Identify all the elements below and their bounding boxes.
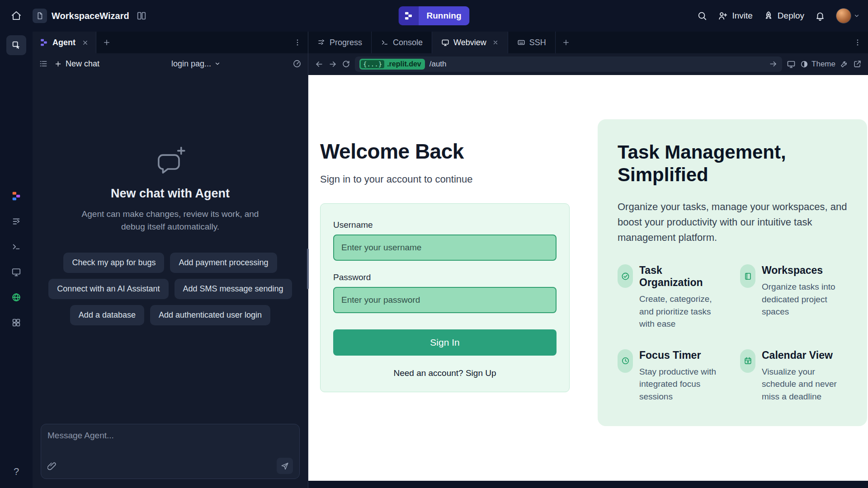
page-title: Welcome Back [320, 139, 570, 164]
tab-webview-label: Webview [453, 38, 486, 47]
suggestion-chip[interactable]: Connect with an AI Assistant [48, 279, 168, 299]
monitor-icon [441, 38, 449, 47]
replit-logo-icon [40, 38, 48, 47]
sign-up-link[interactable]: Need an account? Sign Up [333, 368, 557, 378]
tab-ssh[interactable]: SSH [508, 32, 556, 53]
tab-console[interactable]: Console [372, 32, 432, 53]
theme-label: Theme [811, 60, 835, 69]
promo-card: Task Management, Simplified Organize you… [598, 119, 867, 426]
clock-icon [618, 349, 633, 373]
tab-progress-label: Progress [330, 38, 362, 47]
close-icon[interactable] [492, 39, 499, 46]
deploy-button[interactable]: Deploy [764, 11, 804, 21]
username-field[interactable] [333, 235, 557, 261]
topbar: WorkspaceWizard Running Invite Deploy [0, 0, 868, 32]
workspace-panel: Progress Console Webview [308, 32, 868, 488]
project-name: WorkspaceWizard [52, 11, 129, 21]
file-icon [33, 9, 47, 23]
reload-icon[interactable] [342, 60, 350, 68]
wrench-icon[interactable] [840, 60, 849, 68]
avatar [836, 8, 851, 23]
feature-item: Workspaces Organize tasks into dedicated… [740, 264, 847, 330]
page-subtitle: Sign in to your account to continue [320, 174, 570, 185]
url-host-prefix: {...} [361, 60, 384, 68]
webview-rail-button[interactable] [6, 262, 26, 282]
help-button[interactable]: ? [6, 462, 26, 482]
suggestion-chip[interactable]: Add payment processing [170, 253, 277, 273]
workspace-panel-menu-button[interactable] [847, 32, 868, 53]
message-composer[interactable] [41, 424, 300, 479]
tab-progress[interactable]: Progress [308, 32, 372, 53]
account-menu[interactable] [836, 8, 860, 23]
forward-icon[interactable] [328, 60, 337, 69]
suggestion-chip[interactable]: Add SMS message sending [175, 279, 292, 299]
book-icon [740, 264, 755, 288]
replit-logo-icon [398, 6, 418, 25]
shell-rail-button[interactable] [6, 237, 26, 257]
theme-button[interactable]: Theme [800, 60, 835, 69]
close-icon[interactable] [82, 39, 89, 46]
url-input[interactable]: {...} .replit.dev /auth [355, 56, 782, 72]
invite-label: Invite [732, 11, 752, 21]
devtools-icon[interactable] [787, 60, 796, 69]
chat-plus-icon [153, 143, 188, 178]
pointer-tool-button[interactable] [6, 35, 26, 55]
monitor-icon [11, 267, 21, 277]
feature-item: Task Organization Create, categorize, an… [618, 264, 725, 330]
webview: Welcome Back Sign in to your account to … [308, 75, 868, 488]
home-button[interactable] [0, 10, 33, 21]
password-field[interactable] [333, 287, 557, 313]
webview-page: Welcome Back Sign in to your account to … [308, 75, 868, 481]
suggestion-chip[interactable]: Check my app for bugs [63, 253, 164, 273]
tab-ssh-label: SSH [529, 38, 546, 47]
feature-title: Calendar View [762, 349, 847, 361]
theme-icon [800, 60, 808, 68]
feature-title: Focus Timer [639, 349, 725, 361]
suggestion-chips: Check my app for bugs Add payment proces… [42, 253, 298, 325]
new-tab-button[interactable] [96, 32, 117, 53]
notifications-bell-icon[interactable] [815, 11, 825, 21]
deploy-label: Deploy [778, 11, 804, 21]
suggestion-chip[interactable]: Add a database [70, 305, 144, 325]
workflows-rail-button[interactable] [6, 211, 26, 231]
login-card: Username Password Sign In Need an accoun… [320, 203, 570, 392]
message-input[interactable] [47, 431, 293, 456]
arrow-right-icon[interactable] [769, 60, 778, 68]
feature-item: Calendar View Visualize your schedule an… [740, 349, 847, 403]
sign-in-button[interactable]: Sign In [333, 329, 557, 356]
suggestion-chip[interactable]: Add authenticated user login [150, 305, 270, 325]
send-button[interactable] [277, 458, 293, 474]
run-status-label: Running [418, 6, 469, 25]
agent-rail-button[interactable] [6, 186, 26, 206]
back-icon[interactable] [315, 60, 324, 69]
terminal-icon [11, 242, 21, 252]
tab-agent[interactable]: Agent [33, 32, 96, 53]
feature-title: Workspaces [762, 264, 847, 277]
dev-url-chip[interactable]: {...} .replit.dev [359, 59, 425, 70]
scrollbar-thumb[interactable] [307, 249, 309, 289]
project-switcher[interactable]: WorkspaceWizard [33, 9, 129, 23]
external-link-icon[interactable] [853, 60, 862, 68]
all-tools-rail-button[interactable] [6, 313, 26, 333]
tab-agent-label: Agent [52, 38, 75, 47]
agent-panel-menu-button[interactable] [287, 32, 308, 53]
terminal-icon [381, 38, 389, 47]
paperclip-icon[interactable] [47, 461, 57, 470]
feature-description: Stay productive with integrated focus se… [639, 366, 725, 403]
run-status-badge[interactable]: Running [398, 6, 469, 25]
user-plus-icon [718, 11, 728, 21]
workspace-tab-bar: Progress Console Webview [308, 32, 868, 53]
search-icon[interactable] [697, 11, 707, 21]
promo-title: Task Management, Simplified [618, 141, 807, 187]
layout-columns-icon[interactable] [137, 11, 146, 21]
grid-icon [11, 318, 21, 328]
new-tab-button[interactable] [556, 32, 576, 53]
feature-grid: Task Organization Create, categorize, an… [618, 264, 847, 403]
keyboard-icon [517, 38, 525, 47]
empty-state-description: Agent can make changes, review its work,… [71, 208, 270, 234]
tab-webview[interactable]: Webview [432, 32, 508, 53]
deployments-rail-button[interactable] [6, 287, 26, 307]
feature-description: Organize tasks into dedicated project sp… [762, 281, 847, 318]
invite-button[interactable]: Invite [718, 11, 752, 21]
agent-empty-state: New chat with Agent Agent can make chang… [33, 62, 308, 406]
